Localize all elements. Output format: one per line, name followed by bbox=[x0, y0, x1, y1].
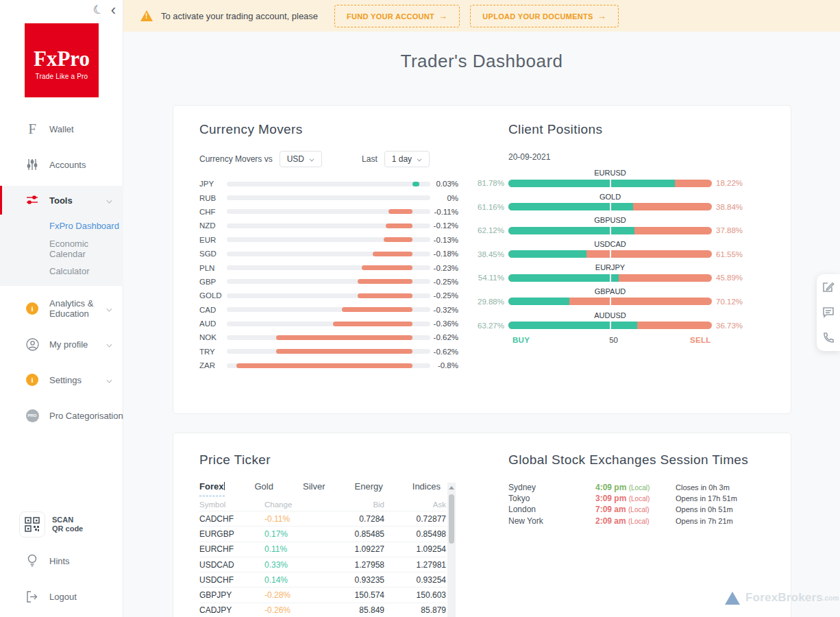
mover-bar-track bbox=[227, 265, 430, 270]
sell-percent: 70.12% bbox=[716, 298, 743, 306]
midpoint-tick bbox=[610, 322, 611, 329]
ticker-bid: 0.93235 bbox=[326, 575, 384, 585]
buy-bar bbox=[508, 298, 569, 305]
scroll-up-icon[interactable] bbox=[447, 483, 456, 492]
collapse-sidebar-icon[interactable]: ‹ bbox=[111, 3, 116, 17]
client-position-row: GOLD61.16%38.84% bbox=[473, 193, 767, 217]
currency-mover-row: NZD-0.12% bbox=[199, 219, 458, 232]
vs-select[interactable]: USD bbox=[280, 151, 322, 167]
buy-percent: 62.12% bbox=[473, 226, 504, 234]
dark-mode-icon[interactable]: ☾ bbox=[92, 1, 106, 19]
info-icon: i bbox=[26, 374, 38, 386]
chevron-down-icon bbox=[310, 157, 314, 162]
phone-button[interactable] bbox=[817, 325, 840, 350]
sessions-rows: Sydney4:09 pm (Local)Closes in 0h 3mToky… bbox=[508, 482, 782, 527]
ticker-symbol: EURGBP bbox=[199, 529, 264, 539]
ticker-row[interactable]: GBPJPY-0.28%150.574150.603 bbox=[199, 587, 446, 602]
sell-percent: 45.89% bbox=[716, 274, 743, 282]
pair-label: EURJPY bbox=[473, 263, 712, 274]
mover-bar bbox=[362, 265, 412, 270]
sidebar-item-analytics-education[interactable]: i Analytics & Education bbox=[0, 292, 123, 325]
midpoint-tick bbox=[610, 203, 611, 210]
pair-label: GBPAUD bbox=[473, 287, 712, 298]
tools-icon bbox=[25, 195, 40, 206]
ticker-row[interactable]: EURGBP0.17%0.854850.85498 bbox=[199, 526, 446, 541]
currency-mover-row: AUD-0.36% bbox=[199, 317, 458, 330]
ticker-change: -0.26% bbox=[264, 605, 326, 615]
midpoint-tick bbox=[610, 180, 611, 187]
ticker-row[interactable]: USDCAD0.33%1.279581.27981 bbox=[199, 557, 446, 572]
sidebar: ☾ ‹ FxPro Trade Like a Pro F Wallet Acco… bbox=[0, 0, 123, 617]
currency-mover-row: EUR-0.13% bbox=[199, 233, 458, 247]
ticker-tab-indices[interactable]: Indices bbox=[412, 481, 441, 496]
sidebar-item-label: Logout bbox=[49, 592, 77, 602]
mover-bar bbox=[388, 209, 412, 214]
position-bar-line: 29.88%70.12% bbox=[473, 298, 767, 306]
compose-button[interactable] bbox=[817, 274, 840, 300]
buy-bar bbox=[508, 180, 675, 187]
ticker-bid: 85.849 bbox=[326, 605, 384, 615]
buy-bar bbox=[508, 322, 637, 329]
ticker-change: -0.28% bbox=[264, 590, 326, 600]
mover-bar-track bbox=[227, 182, 430, 186]
sidebar-item-hints[interactable]: Hints bbox=[0, 546, 123, 576]
compose-icon bbox=[822, 281, 835, 293]
sidebar-item-label: Tools bbox=[49, 195, 73, 206]
sidebar-item-tools[interactable]: Tools bbox=[0, 186, 123, 215]
ticker-row[interactable]: CADCHF-0.11%0.72840.72877 bbox=[199, 511, 446, 526]
buy-percent: 63.27% bbox=[473, 322, 504, 330]
last-label: Last bbox=[362, 154, 378, 164]
scan-qr-button[interactable]: SCAN QR code bbox=[0, 509, 123, 540]
sidebar-item-accounts[interactable]: Accounts bbox=[0, 149, 123, 180]
ticker-row[interactable]: CADJPY-0.26%85.84985.879 bbox=[199, 603, 446, 617]
forexbrokers-watermark: ForexBrokers .com bbox=[725, 591, 839, 605]
ticker-scrollbar[interactable] bbox=[447, 483, 456, 617]
main-content: Trader's Dashboard Currency Movers Curre… bbox=[123, 32, 840, 617]
mover-bar bbox=[333, 322, 412, 326]
ticker-tab-silver[interactable]: Silver bbox=[303, 481, 325, 496]
sidebar-item-wallet[interactable]: F Wallet bbox=[0, 114, 123, 144]
ticker-bid: 1.09227 bbox=[326, 544, 384, 554]
session-time: 4:09 pm (Local) bbox=[595, 483, 676, 492]
sidebar-item-label: My profile bbox=[49, 339, 88, 350]
client-position-row: GBPAUD29.88%70.12% bbox=[473, 287, 767, 311]
session-row: Tokyo3:09 pm (Local)Opens in 17h 51m bbox=[508, 493, 782, 504]
session-row: New York2:09 am (Local)Opens in 7h 21m bbox=[508, 516, 782, 527]
fxpro-logo[interactable]: FxPro Trade Like a Pro bbox=[25, 23, 99, 97]
pair-label: EURUSD bbox=[473, 169, 712, 179]
sidebar-subitem-economic-calendar[interactable]: Economic Calendar bbox=[0, 237, 123, 260]
sidebar-item-logout[interactable]: Logout bbox=[0, 581, 123, 612]
session-time: 2:09 am (Local) bbox=[595, 516, 676, 526]
client-positions-title: Client Positions bbox=[508, 122, 602, 137]
fund-account-button[interactable]: FUND YOUR ACCOUNT→ bbox=[334, 5, 460, 27]
ticker-row[interactable]: EURCHF0.11%1.092271.09254 bbox=[199, 542, 446, 557]
ticker-row[interactable]: USDCHF0.14%0.932350.93254 bbox=[199, 572, 446, 587]
sidebar-item-settings[interactable]: i Settings bbox=[0, 365, 123, 395]
chat-icon bbox=[822, 306, 835, 319]
currency-label: NZD bbox=[199, 221, 227, 230]
ticker-tab-forex[interactable]: Forex bbox=[199, 481, 225, 496]
activation-banner: To activate your trading account, please… bbox=[123, 0, 840, 32]
period-select[interactable]: 1 day bbox=[384, 151, 430, 167]
sidebar-item-pro-categorisation[interactable]: PRO Pro Categorisation bbox=[0, 400, 123, 431]
ticker-bid: 0.7284 bbox=[326, 514, 384, 524]
mover-bar-track bbox=[227, 322, 430, 326]
chevron-down-icon bbox=[417, 157, 422, 162]
mover-value: -0.18% bbox=[430, 250, 458, 258]
scrollbar-thumb[interactable] bbox=[449, 494, 454, 544]
mover-value: -0.62% bbox=[430, 333, 458, 341]
sidebar-item-my-profile[interactable]: My profile bbox=[0, 329, 123, 359]
client-position-row: EURUSD81.78%18.22% bbox=[473, 169, 767, 193]
chat-button[interactable] bbox=[817, 300, 840, 325]
mover-value: -0.62% bbox=[430, 348, 458, 356]
sidebar-subitem-fxpro-dashboard[interactable]: FxPro Dashboard bbox=[0, 215, 123, 237]
ticker-tab-gold[interactable]: Gold bbox=[254, 481, 273, 496]
ticker-change: 0.33% bbox=[264, 560, 326, 570]
sidebar-item-label: Pro Categorisation bbox=[49, 411, 123, 421]
mover-value: -0.36% bbox=[430, 319, 458, 328]
upload-documents-button[interactable]: UPLOAD YOUR DOCUMENTS→ bbox=[470, 5, 619, 27]
ticker-tab-energy[interactable]: Energy bbox=[355, 481, 383, 496]
wallet-icon: F bbox=[25, 121, 40, 138]
sidebar-subitem-calculator[interactable]: Calculator bbox=[0, 260, 123, 282]
buy-percent: 54.11% bbox=[473, 274, 504, 282]
